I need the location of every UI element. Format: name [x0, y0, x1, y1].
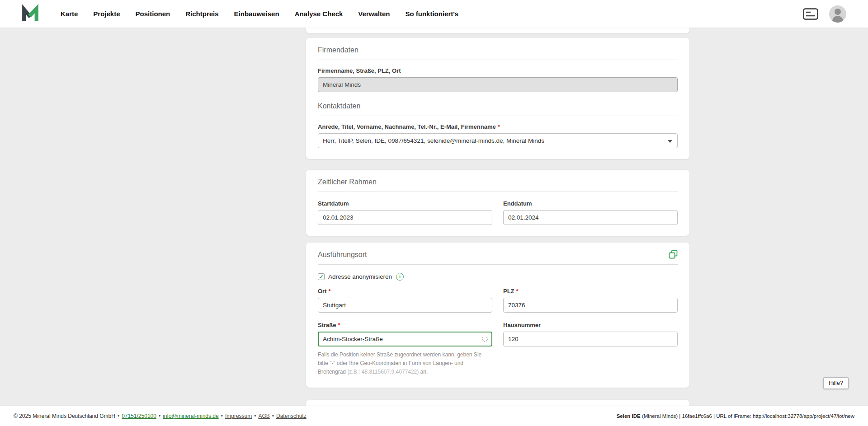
header-actions — [803, 5, 868, 23]
ort-plz-row: Ort* PLZ* — [318, 281, 678, 313]
strasse-helper-text: Falls die Position keiner Straße zugeord… — [318, 351, 492, 377]
main-content: Firmendaten Firmenname, Straße, PLZ, Ort… — [306, 28, 689, 408]
nav-item-so-funktionierts[interactable]: So funktioniert's — [397, 0, 466, 28]
helper-text-suffix: an. — [419, 369, 428, 375]
card-partial-top — [306, 28, 689, 33]
ausfuehrungsort-title: Ausführungsort — [318, 251, 367, 259]
avatar-head-icon — [835, 9, 841, 15]
loading-spinner-icon — [482, 336, 488, 342]
top-navbar: Karte Projekte Positionen Richtpreis Ein… — [0, 0, 868, 28]
company-field-label: Firmenname, Straße, PLZ, Ort — [318, 67, 678, 74]
nav-item-analyse-check[interactable]: Analyse Check — [287, 0, 351, 28]
contact-select-value: Herr, TitelP, Selen, IDE, 0987/654321, s… — [323, 137, 544, 144]
chevron-down-icon — [668, 140, 672, 143]
ort-input[interactable] — [318, 298, 492, 313]
enddatum-input[interactable] — [503, 210, 678, 225]
strasse-hausnummer-row: Straße* Falls die Position keiner Straße… — [318, 314, 678, 377]
plz-label: PLZ* — [503, 288, 678, 295]
divider — [318, 264, 678, 265]
company-input — [318, 77, 678, 92]
plz-input[interactable] — [503, 298, 678, 313]
mineral-minds-logo[interactable] — [20, 4, 40, 24]
footer-debug-info: Selen IDE (Mineral Minds) | 16fae1ffc6a6… — [617, 413, 854, 419]
hausnummer-input[interactable] — [503, 332, 678, 346]
check-icon: ✓ — [319, 274, 323, 280]
footer-left: © 2025 Mineral Minds Deutschland GmbH•07… — [14, 413, 307, 419]
anonymize-checkbox[interactable]: ✓ — [318, 273, 325, 280]
firmendaten-title: Firmendaten — [318, 46, 678, 54]
footer-email-link[interactable]: info@mineral-minds.de — [163, 413, 219, 419]
footer-agb-link[interactable]: AGB — [258, 413, 269, 419]
card-zeitlicher-rahmen: Zeitlicher Rahmen Startdatum Enddatum — [306, 170, 689, 236]
footer-phone-link[interactable]: 07151/250100 — [122, 413, 156, 419]
main-nav: Karte Projekte Positionen Richtpreis Ein… — [53, 0, 466, 28]
divider — [318, 116, 678, 116]
strasse-label-text: Straße — [318, 322, 336, 328]
separator: • — [254, 413, 256, 419]
ort-label-text: Ort — [318, 288, 327, 295]
user-avatar[interactable] — [829, 5, 846, 23]
plz-label-text: PLZ — [503, 288, 514, 295]
anonymize-row: ✓ Adresse anonymisieren i — [318, 273, 678, 281]
server-icon[interactable] — [803, 8, 818, 20]
kontaktdaten-title: Kontaktdaten — [318, 102, 678, 110]
nav-item-karte[interactable]: Karte — [53, 0, 85, 28]
helper-text-example: (z.B.: 48.8115607,9.4077422) — [347, 369, 419, 375]
strasse-input[interactable] — [318, 332, 492, 346]
separator: • — [118, 413, 119, 419]
footer: © 2025 Mineral Minds Deutschland GmbH•07… — [0, 406, 868, 426]
date-row: Startdatum Enddatum — [318, 193, 678, 225]
info-icon[interactable]: i — [396, 273, 404, 281]
startdatum-label: Startdatum — [318, 200, 492, 207]
contact-field-label-text: Anrede, Titel, Vorname, Nachname, Tel.-N… — [318, 123, 496, 130]
nav-item-richtpreis[interactable]: Richtpreis — [178, 0, 226, 28]
hausnummer-label: Hausnummer — [503, 322, 678, 328]
enddatum-label: Enddatum — [503, 200, 678, 207]
nav-item-verwalten[interactable]: Verwalten — [350, 0, 397, 28]
footer-copyright: © 2025 Mineral Minds Deutschland GmbH — [14, 413, 115, 419]
footer-app-name: Selen IDE — [617, 413, 641, 419]
separator: • — [221, 413, 223, 419]
footer-impressum-link[interactable]: Impressum — [225, 413, 252, 419]
required-marker: * — [498, 123, 500, 130]
help-button[interactable]: Hilfe? — [823, 377, 849, 389]
nav-item-einbauweisen[interactable]: Einbauweisen — [226, 0, 287, 28]
zeitraum-title: Zeitlicher Rahmen — [318, 178, 678, 186]
footer-datenschutz-link[interactable]: Datenschutz — [276, 413, 307, 419]
required-marker: * — [329, 288, 331, 295]
contact-field-label: Anrede, Titel, Vorname, Nachname, Tel.-N… — [318, 123, 678, 130]
strasse-label: Straße* — [318, 322, 492, 328]
startdatum-input[interactable] — [318, 210, 492, 225]
footer-app-details: (Mineral Minds) | 16fae1ffc6a6 | URL of … — [641, 413, 854, 419]
separator: • — [272, 413, 274, 419]
divider — [318, 60, 678, 60]
card-firmendaten: Firmendaten Firmenname, Straße, PLZ, Ort… — [306, 38, 689, 159]
anonymize-label: Adresse anonymisieren — [328, 273, 392, 280]
separator: • — [159, 413, 160, 419]
copy-address-icon[interactable] — [669, 250, 678, 259]
divider — [318, 192, 678, 192]
nav-item-projekte[interactable]: Projekte — [85, 0, 127, 28]
avatar-body-icon — [832, 16, 843, 23]
card-ausfuehrungsort: Ausführungsort ✓ Adresse anonymisieren i… — [306, 243, 689, 388]
required-marker: * — [516, 288, 519, 295]
ort-label: Ort* — [318, 288, 492, 295]
contact-select[interactable]: Herr, TitelP, Selen, IDE, 0987/654321, s… — [318, 133, 678, 148]
required-marker: * — [338, 322, 340, 328]
nav-item-positionen[interactable]: Positionen — [128, 0, 178, 28]
